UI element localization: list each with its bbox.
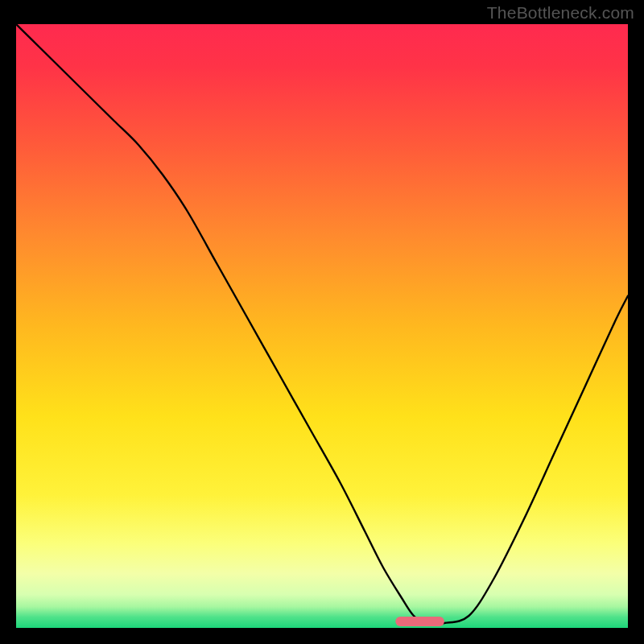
bottleneck-chart xyxy=(16,24,628,628)
plot-area xyxy=(16,24,628,628)
chart-frame: TheBottleneck.com xyxy=(0,0,644,644)
watermark-text: TheBottleneck.com xyxy=(487,3,634,23)
